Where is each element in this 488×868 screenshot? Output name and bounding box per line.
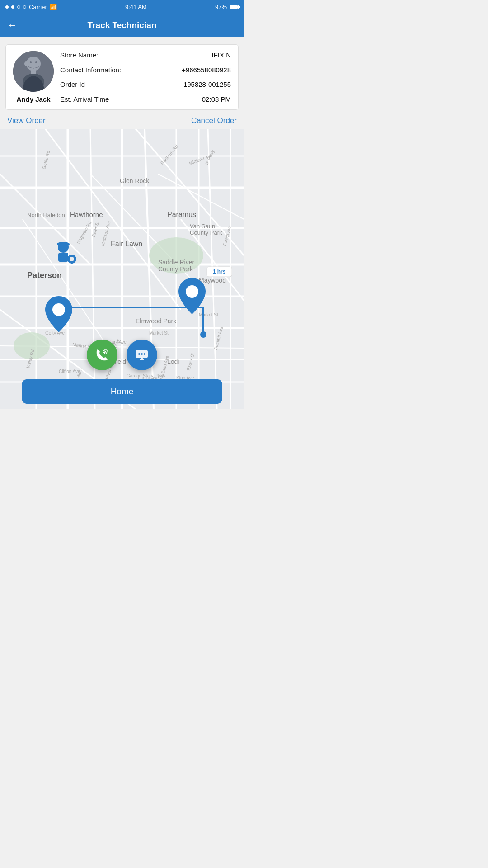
view-order-link[interactable]: View Order — [7, 116, 46, 125]
contact-row: Contact Information: +966558080928 — [60, 66, 231, 74]
order-id-value: 195828-001255 — [183, 80, 231, 88]
svg-text:Paterson: Paterson — [27, 271, 62, 280]
signal-dot-4 — [23, 5, 26, 9]
floating-buttons — [87, 340, 157, 370]
svg-text:Maywood: Maywood — [199, 277, 226, 284]
map-area[interactable]: North Haledon Hawthorne Glen Rock Paramu… — [0, 129, 244, 411]
svg-point-94 — [141, 353, 143, 355]
contact-label: Contact Information: — [60, 66, 121, 74]
store-name-label: Store Name: — [60, 51, 98, 59]
order-id-label: Order Id — [60, 80, 85, 88]
phone-button[interactable] — [87, 340, 117, 370]
svg-text:Market St: Market St — [199, 312, 218, 317]
svg-rect-84 — [71, 255, 73, 256]
order-id-row: Order Id 195828-001255 — [60, 80, 231, 88]
route-end-dot — [200, 331, 206, 338]
store-name-row: Store Name: IFIXIN — [60, 51, 231, 59]
svg-point-93 — [138, 353, 140, 355]
svg-text:Hawthorne: Hawthorne — [70, 211, 103, 218]
svg-rect-81 — [58, 253, 68, 262]
svg-rect-80 — [58, 244, 69, 246]
avatar-section: Andy Jack — [13, 51, 54, 103]
svg-rect-3 — [31, 70, 36, 74]
battery-bar — [229, 5, 239, 9]
battery-percent: 97% — [215, 4, 227, 10]
svg-text:Getty Ave: Getty Ave — [45, 330, 65, 335]
svg-text:County Park: County Park — [158, 265, 193, 273]
header: ← Track Technician — [0, 14, 244, 37]
chat-icon — [134, 347, 150, 363]
svg-text:North Haledon: North Haledon — [27, 212, 65, 218]
battery-indicator: 97% — [215, 4, 239, 10]
home-button-label: Home — [111, 387, 134, 396]
svg-text:Market St: Market St — [149, 330, 169, 335]
action-links: View Order Cancel Order — [0, 114, 244, 129]
phone-icon — [94, 347, 110, 363]
svg-point-4 — [24, 61, 28, 66]
eta-value: 02:08 PM — [202, 95, 231, 103]
chat-button[interactable] — [127, 340, 157, 370]
signal-dot-3 — [17, 5, 20, 9]
signal-dot-2 — [11, 5, 14, 9]
svg-text:Saddle River: Saddle River — [158, 259, 194, 266]
svg-point-89 — [186, 285, 198, 298]
svg-text:Glen Rock: Glen Rock — [120, 177, 150, 184]
svg-point-88 — [52, 303, 65, 316]
svg-point-83 — [70, 257, 74, 261]
svg-text:Elmwood Park: Elmwood Park — [136, 317, 177, 325]
carrier-name: Carrier — [29, 4, 47, 10]
svg-point-95 — [144, 353, 145, 355]
svg-text:County Park: County Park — [190, 229, 222, 236]
svg-text:Paramus: Paramus — [167, 211, 196, 218]
signal-dot-1 — [5, 5, 9, 9]
eta-label: Est. Arrival Time — [60, 95, 109, 103]
home-button[interactable]: Home — [22, 379, 222, 404]
svg-text:1 hrs: 1 hrs — [213, 269, 226, 275]
svg-text:Fair Lawn: Fair Lawn — [111, 240, 142, 248]
technician-name: Andy Jack — [16, 95, 50, 103]
svg-point-1 — [26, 57, 41, 71]
avatar-image — [13, 51, 54, 92]
avatar — [13, 51, 54, 92]
info-rows: Store Name: IFIXIN Contact Information: … — [60, 51, 231, 103]
status-bar: Carrier 📶 9:41 AM 97% — [0, 0, 244, 14]
svg-text:Van Saun: Van Saun — [190, 223, 215, 230]
eta-badge: 1 hrs — [207, 267, 232, 277]
svg-rect-86 — [67, 258, 69, 260]
wifi-icon: 📶 — [50, 4, 57, 10]
svg-point-5 — [30, 61, 32, 63]
svg-rect-87 — [75, 258, 76, 260]
status-time: 9:41 AM — [125, 4, 147, 10]
eta-row: Est. Arrival Time 02:08 PM — [60, 95, 231, 103]
svg-rect-85 — [71, 262, 73, 264]
page-title: Track Technician — [88, 20, 157, 30]
contact-value: +966558080928 — [182, 66, 231, 74]
svg-point-6 — [35, 61, 37, 63]
cancel-order-link[interactable]: Cancel Order — [191, 116, 237, 125]
carrier-signal: Carrier 📶 — [5, 4, 57, 10]
back-button[interactable]: ← — [7, 18, 21, 33]
battery-fill — [230, 5, 238, 9]
store-name-value: IFIXIN — [211, 51, 231, 59]
technician-info-card: Andy Jack Store Name: IFIXIN Contact Inf… — [5, 44, 239, 110]
